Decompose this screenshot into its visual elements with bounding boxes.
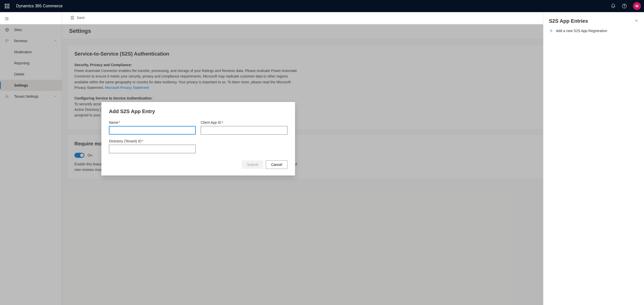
- dialog-title: Add S2S App Entry: [109, 109, 287, 114]
- svg-rect-10: [72, 16, 73, 17]
- submit-button[interactable]: Submit: [242, 160, 264, 169]
- tenant-id-input[interactable]: [109, 145, 196, 153]
- header-left: Dynamics 365 Commerce: [3, 2, 63, 10]
- add-registration-button[interactable]: Add a new S2S App Registration: [549, 29, 638, 33]
- cancel-button[interactable]: Cancel: [266, 160, 287, 169]
- tenant-id-field: Directory (Tenant) ID*: [109, 139, 196, 153]
- name-field: Name*: [109, 120, 196, 135]
- client-id-field: Client App ID*: [201, 120, 287, 135]
- svg-rect-11: [72, 18, 73, 19]
- notifications-icon[interactable]: [611, 4, 616, 9]
- help-icon[interactable]: [622, 4, 627, 9]
- save-label: Save: [77, 16, 85, 20]
- name-label: Name*: [109, 120, 196, 124]
- add-registration-label: Add a new S2S App Registration: [556, 29, 607, 33]
- client-id-label: Client App ID*: [201, 120, 287, 124]
- header-right: M: [611, 2, 641, 10]
- right-panel: S2S App Entries Add a new S2S App Regist…: [543, 12, 644, 305]
- avatar[interactable]: M: [633, 2, 641, 10]
- name-input[interactable]: [109, 126, 196, 135]
- app-launcher-icon[interactable]: [3, 2, 11, 10]
- hamburger-icon[interactable]: [5, 16, 9, 22]
- svg-point-1: [624, 7, 625, 7]
- app-header: Dynamics 365 Commerce M: [0, 0, 644, 12]
- client-id-input[interactable]: [201, 126, 287, 135]
- add-s2s-dialog: Add S2S App Entry Name* Client App ID* D…: [101, 102, 295, 175]
- save-button[interactable]: Save: [68, 14, 87, 21]
- close-icon[interactable]: [634, 19, 638, 24]
- app-title[interactable]: Dynamics 365 Commerce: [16, 4, 63, 8]
- tenant-id-label: Directory (Tenant) ID*: [109, 139, 196, 143]
- panel-title: S2S App Entries: [549, 18, 588, 24]
